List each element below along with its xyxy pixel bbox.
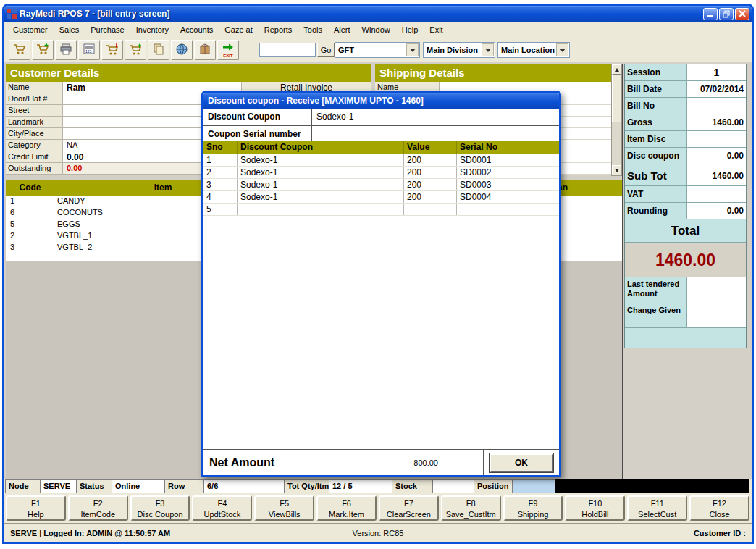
- discount-coupon-row: Discount Coupon Sodexo-1: [203, 109, 559, 126]
- f5-viewbills-button[interactable]: F5ViewBills: [254, 495, 314, 521]
- cart-upload-button[interactable]: [125, 40, 146, 60]
- coupon-row[interactable]: 3 Sodexo-1 200 SD0003: [203, 179, 559, 191]
- division-select-value: Main Division: [427, 46, 478, 54]
- location-select-dropdown-button[interactable]: [556, 43, 568, 56]
- coupon-serial-row: Coupon Serial number: [203, 126, 559, 141]
- fkey-label: SelectCust: [629, 509, 686, 520]
- coupon-row[interactable]: 2 Sodexo-1 200 SD0002: [203, 167, 559, 179]
- exit-button[interactable]: EXIT: [217, 40, 239, 60]
- fkey-key: F4: [193, 498, 251, 509]
- menu-sales[interactable]: Sales: [54, 23, 85, 36]
- bill-no-label: Bill No: [625, 98, 686, 114]
- details-scrollbar[interactable]: [611, 64, 622, 176]
- f9-shipping-button[interactable]: F9Shipping: [503, 495, 563, 521]
- summary-row: Item Disc: [625, 131, 746, 148]
- sale-return-cart-button[interactable]: [32, 40, 54, 60]
- summary-row: Gross 1460.00: [625, 114, 746, 131]
- coupon-serial: SD0003: [457, 179, 559, 190]
- menu-inventory[interactable]: Inventory: [130, 23, 175, 36]
- barcode-button[interactable]: 123,: [78, 40, 100, 60]
- fkey-key: F8: [442, 498, 500, 509]
- status-node-value: SERVE: [40, 479, 77, 493]
- discount-coupon-input[interactable]: Sodexo-1: [312, 109, 559, 125]
- f7-clearscreen-button[interactable]: F7ClearScreen: [379, 495, 439, 521]
- fkey-label: Help: [7, 509, 64, 520]
- location-select[interactable]: Main Location: [497, 42, 570, 58]
- field-label-outstanding: Outstanding: [6, 163, 62, 174]
- cart-download-button[interactable]: [101, 40, 123, 60]
- scrollbar-thumb[interactable]: [612, 75, 621, 122]
- summary-row: Sub Tot 1460.00: [625, 164, 746, 186]
- total-value: 1460.00: [625, 243, 746, 277]
- menu-alert[interactable]: Alert: [328, 23, 356, 36]
- f10-holdbill-button[interactable]: F10HoldBill: [565, 495, 625, 521]
- summary-filler: [625, 328, 746, 348]
- sale-cart-button[interactable]: [9, 40, 30, 60]
- ok-button[interactable]: OK: [490, 453, 553, 472]
- menu-help[interactable]: Help: [396, 23, 424, 36]
- status-row-label: Row: [164, 479, 204, 493]
- dialog-title-bar[interactable]: Discount coupon - Receive [MAXIMUM UPTO …: [203, 93, 559, 109]
- package-button[interactable]: [194, 40, 216, 60]
- company-select[interactable]: GFT: [335, 42, 420, 58]
- scroll-down-button[interactable]: [612, 165, 621, 175]
- f6-markitem-button[interactable]: F6Mark.Item: [316, 495, 377, 521]
- fkey-key: F7: [380, 498, 437, 509]
- menu-tools[interactable]: Tools: [298, 23, 328, 36]
- footer-login-info: SERVE | Logged In: ADMIN @ 11:50:57 AM: [10, 529, 170, 537]
- accounts-button[interactable]: [171, 40, 193, 60]
- fkey-label: ClearScreen: [380, 509, 437, 520]
- f4-updtstock-button[interactable]: F4UpdtStock: [192, 495, 252, 521]
- app-logo-icon: [7, 9, 17, 19]
- documents-button[interactable]: [148, 40, 169, 60]
- f1-help-button[interactable]: F1Help: [6, 495, 66, 521]
- menu-accounts[interactable]: Accounts: [175, 23, 219, 36]
- f3-disc-coupon-button[interactable]: F3Disc Coupon: [130, 495, 190, 521]
- coupon-row[interactable]: 5: [203, 204, 559, 216]
- toolbar-search-input[interactable]: [259, 43, 316, 57]
- coupon-serial-input[interactable]: [312, 126, 559, 141]
- f11-selectcust-button[interactable]: F11SelectCust: [627, 495, 687, 521]
- menu-reports[interactable]: Reports: [259, 23, 298, 36]
- f12-close-button[interactable]: F12Close: [689, 495, 749, 521]
- menu-exit[interactable]: Exit: [424, 23, 448, 36]
- rounding-label: Rounding: [625, 203, 686, 219]
- scroll-up-button[interactable]: [612, 64, 621, 75]
- net-amount-label: Net Amount: [209, 456, 274, 469]
- coupon-row[interactable]: 1 Sodexo-1 200 SD0001: [203, 154, 559, 167]
- fkey-label: Close: [691, 509, 748, 520]
- coupon-value: [404, 204, 457, 215]
- menu-customer[interactable]: Customer: [7, 23, 54, 36]
- minimize-button[interactable]: [703, 8, 718, 20]
- item-name: EGGS: [54, 219, 83, 230]
- coupon-serial: [457, 204, 559, 215]
- restore-button[interactable]: [719, 8, 734, 20]
- title-bar[interactable]: RayMedi RPOS 7 - [bill entry screen]: [4, 6, 752, 22]
- menu-gaze-at[interactable]: Gaze at: [219, 23, 259, 36]
- item-code: 1: [6, 196, 54, 207]
- division-select-dropdown-button[interactable]: [482, 43, 494, 56]
- chevron-down-icon: [485, 49, 491, 52]
- coupon-row[interactable]: 4 Sodexo-1 200 SD0004: [203, 191, 559, 204]
- print-button[interactable]: [55, 40, 77, 60]
- menu-window[interactable]: Window: [356, 23, 396, 36]
- coupon-sno: 1: [203, 154, 238, 166]
- company-select-dropdown-button[interactable]: [406, 43, 419, 56]
- division-select[interactable]: Main Division: [423, 42, 495, 58]
- dialog-body: Discount Coupon Sodexo-1 Coupon Serial n…: [203, 109, 559, 475]
- menu-purchase[interactable]: Purchase: [85, 23, 130, 36]
- change-given-label: Change Given: [625, 303, 686, 327]
- coupon-name: Sodexo-1: [238, 191, 404, 203]
- chevron-down-icon: [560, 49, 566, 52]
- print-icon: [59, 43, 73, 58]
- bill-date-value: 07/02/2014: [686, 81, 746, 97]
- status-status-label: Status: [76, 479, 112, 493]
- session-label: Session: [625, 64, 686, 80]
- status-position-value: [512, 479, 555, 493]
- close-button[interactable]: [735, 8, 749, 20]
- f2-itemcode-button[interactable]: F2ItemCode: [68, 495, 128, 521]
- go-button[interactable]: Go: [317, 43, 335, 57]
- fkey-label: ViewBills: [256, 509, 313, 520]
- f8-save-custitm-button[interactable]: F8Save_CustItm: [441, 495, 501, 521]
- status-row-value: 6/6: [203, 479, 285, 493]
